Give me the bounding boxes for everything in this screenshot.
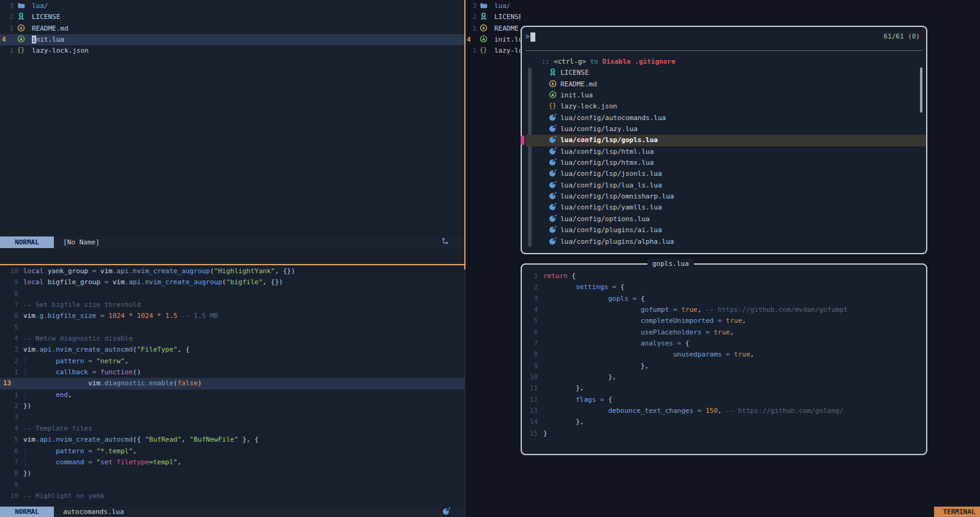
statusline-filename: autocomands.lua [63,508,124,516]
code-line[interactable]: 6vim.g.bigfile_size = 1024 * 1024 * 1.5 … [0,311,464,322]
picker-hint: :: <ctrl-g> to Disable .gitignore [522,56,926,67]
file-name: lua/ [32,1,48,12]
svg-text:{}: {} [17,47,24,53]
results-list: :: <ctrl-g> to Disable .gitignoreLICENSE… [522,56,926,247]
file-name: init.lua [32,34,64,45]
telescope-result-item[interactable]: lua/config/plugins/alpha.lua [522,236,926,247]
lua-icon [549,146,560,157]
preview-line: 12 flags = { [524,394,925,406]
telescope-result-item[interactable]: lua/config/lazy.lua [522,124,926,135]
preview-line: 4 gofumpt = true, -- https://github.com/… [524,304,925,315]
prompt-separator [526,50,922,51]
code-line[interactable]: 8 [0,289,464,300]
file-tree-item[interactable]: 1README.md [466,23,521,34]
lua-icon [549,225,560,236]
code-line[interactable]: 10local yank_group = vim.api.nvim_create… [0,266,464,277]
code-line[interactable]: 8}) [0,468,464,479]
readme-icon [17,23,32,34]
telescope-result-item[interactable]: lua/config/lsp/jsonls.lua [522,168,926,179]
code-line[interactable]: 5 [0,322,464,333]
lua-icon [549,113,560,124]
telescope-result-item[interactable]: init.lua [522,90,926,101]
telescope-prompt[interactable]: > 61/61 (0) [522,31,926,43]
file-tree-item[interactable]: 3lua/ [0,1,464,12]
file-tree-item[interactable]: 2LICENSE [466,12,521,23]
telescope-result-item[interactable]: lua/config/lsp/yamlls.lua [522,202,926,213]
code-line[interactable]: 1│ end, [0,390,464,401]
prompt-caret-icon: > [526,31,530,43]
json-icon: {} [549,101,560,112]
file-tree-item[interactable]: 1{}lazy-lock.json [466,45,521,56]
result-counter: 61/61 (0) [883,31,920,43]
telescope-result-item[interactable]: lua/config/autocomands.lua [522,113,926,124]
result-path: lua/config/plugins/alpha.lua [560,238,674,246]
code-line[interactable]: 10-- Highlight on yank [0,491,464,502]
lua-icon [549,135,560,146]
svg-text:{}: {} [480,47,487,53]
file-tree-item[interactable]: 4init.lua [0,34,464,45]
telescope-result-item[interactable]: {}lazy-lock.json [522,101,926,112]
mode-badge: NORMAL [0,507,54,517]
code-line[interactable]: 2}) [0,401,464,412]
file-tree-item[interactable]: 1README.md [0,23,464,34]
code-line[interactable]: 1│ callback = function() [0,367,464,378]
lua-icon [549,214,560,225]
code-line[interactable]: 7│ command = "set filetype=templ", [0,457,464,468]
code-line[interactable]: 4-- Template files [0,423,464,434]
preview-code: 1return {2 settings = {3 gopls = {4 gofu… [524,271,925,439]
preview-line: 13 debounce_text_changes = 150, -- https… [524,406,925,417]
code-line[interactable]: 6│ pattern = "*.templ", [0,446,464,457]
file-name: LICENSE [32,12,60,23]
folder-icon [17,1,32,12]
file-name: lua/ [494,1,511,12]
result-path: lua/config/lsp/lua_ls.lua [560,181,662,189]
folder-icon [480,1,494,12]
left-pane: 3lua/2LICENSE1README.md4init.lua1{}lazy-… [0,0,464,517]
results-scrollbar-thumb[interactable] [920,67,922,113]
lua-icon [549,124,560,135]
code-line[interactable]: 9local bigfile_group = vim.api.nvim_crea… [0,277,464,288]
telescope-result-item[interactable]: lua/config/lsp/gopls.lua [522,135,926,146]
file-tree-item[interactable]: 2LICENSE [0,12,464,23]
readme-icon [549,79,560,90]
telescope-result-item[interactable]: lua/config/options.lua [522,214,926,225]
window-separator-horizontal [0,264,464,265]
code-buffer: 10local yank_group = vim.api.nvim_create… [0,266,464,507]
result-path: init.lua [560,91,593,99]
result-path: README.md [560,80,597,88]
readme-icon [480,23,494,34]
telescope-result-item[interactable]: README.md [522,79,926,90]
result-path: lua/config/lsp/html.lua [560,148,654,156]
code-line[interactable]: 2│ pattern = "netrw", [0,356,464,367]
license-icon [549,67,560,78]
result-path: lua/config/lsp/jsonls.lua [560,170,662,178]
file-tree-item[interactable]: 1{}lazy-lock.json [0,45,464,56]
telescope-result-item[interactable]: LICENSE [522,67,926,78]
init-icon [17,34,32,45]
file-tree-icon [441,237,456,246]
code-line[interactable]: 3vim.api.nvim_create_autocmd("FileType",… [0,344,464,355]
lua-icon [549,180,560,191]
file-tree-item[interactable]: 4init.lua [466,34,521,45]
telescope-result-item[interactable]: lua/config/lsp/omnisharp.lua [522,191,926,202]
init-icon [549,90,560,101]
license-icon [480,12,494,23]
preview-line: 1return { [524,271,925,282]
telescope-result-item[interactable]: lua/config/plugins/ai.lua [522,225,926,236]
code-line[interactable]: 9 [0,480,464,491]
code-line[interactable]: 4-- Netrw diagnostic disable [0,333,464,344]
code-line[interactable]: 5vim.api.nvim_create_autocmd({ "BufRead"… [0,434,464,445]
telescope-result-item[interactable]: lua/config/lsp/htmx.lua [522,157,926,168]
preview-line: 3 gopls = { [524,293,925,304]
telescope-result-item[interactable]: lua/config/lsp/lua_ls.lua [522,180,926,191]
mode-badge: TERMINAL [934,507,980,517]
file-tree-item[interactable]: 3lua/ [466,1,521,12]
code-line[interactable]: 3 [0,412,464,423]
code-line[interactable]: 13 vim.diagnostic.enable(false) [0,378,464,389]
code-line[interactable]: 7-- Set bigfile size threshold [0,300,464,311]
preview-line: 9 }, [524,361,925,372]
preview-line: 15} [524,428,925,439]
lua-icon [549,168,560,179]
file-name: README.md [32,23,69,34]
telescope-result-item[interactable]: lua/config/lsp/html.lua [522,146,926,157]
